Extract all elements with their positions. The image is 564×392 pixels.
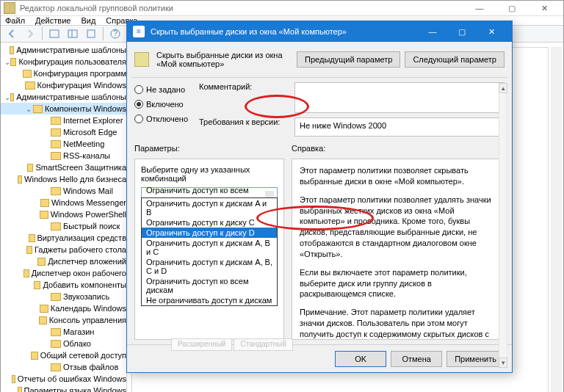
cancel-button[interactable]: Отмена xyxy=(391,351,442,367)
tree-item[interactable]: Конфигурация Windows xyxy=(1,79,126,91)
tree-item[interactable]: NetMeeting xyxy=(1,138,126,150)
folder-icon xyxy=(40,199,49,207)
help-panel: Этот параметр политики позволяет скрыват… xyxy=(292,159,505,340)
tree-item[interactable]: Гаджеты рабочего стола xyxy=(1,244,126,255)
help-scrollbar[interactable]: ▴▾ xyxy=(499,83,507,368)
parameters-panel: Выберите одну из указанных комбинаций Ог… xyxy=(134,159,284,340)
tree-item[interactable]: Виртуализация средств xyxy=(1,232,126,244)
help-p2: Этот параметр политики позволяет удалять… xyxy=(300,195,496,260)
folder-icon xyxy=(31,352,37,360)
tree-item[interactable]: Календарь Windows xyxy=(1,302,126,314)
previous-setting-button[interactable]: Предыдущий параметр xyxy=(297,51,400,68)
tree-item[interactable]: Отчеты об ошибках Windows xyxy=(1,373,126,385)
folder-icon xyxy=(51,293,61,301)
folder-icon xyxy=(29,234,35,242)
minimize-button[interactable]: — xyxy=(463,1,496,15)
app-icon xyxy=(4,2,15,14)
tree-item[interactable]: ⌄Административные шаблоны xyxy=(1,91,126,103)
radio-not-configured[interactable]: Не задано xyxy=(134,85,192,94)
folder-icon xyxy=(25,81,35,90)
dialog-close-button[interactable]: ✕ xyxy=(477,23,506,40)
tree-item[interactable]: Windows PowerShell xyxy=(1,208,126,220)
folder-icon xyxy=(51,340,61,348)
tree-item-label: Конфигурация Windows xyxy=(37,81,127,90)
toolbar-btn-3[interactable] xyxy=(83,26,99,42)
tree-item-label: Облако xyxy=(63,339,91,348)
tree-item[interactable]: Консоль управления xyxy=(1,314,126,326)
tree-item[interactable]: RSS-каналы xyxy=(1,150,126,161)
folder-icon xyxy=(26,246,32,254)
ok-button[interactable]: OK xyxy=(335,351,386,367)
tree-item[interactable]: ⌄Конфигурация пользователя xyxy=(1,56,126,68)
svg-rect-3 xyxy=(87,30,95,37)
folder-icon xyxy=(27,164,33,172)
tree-item-label: Общий сетевой доступ xyxy=(40,351,126,360)
tree-item-label: Консоль управления xyxy=(49,316,126,324)
toolbar-btn-1[interactable] xyxy=(46,26,62,42)
folder-icon xyxy=(12,375,15,383)
dropdown-option[interactable]: Ограничить доступ к диску D xyxy=(142,228,277,238)
close-button[interactable]: ✕ xyxy=(528,1,560,15)
tree-item[interactable]: Конфигурация программ xyxy=(1,68,126,79)
tree-item[interactable]: Добавить компоненты xyxy=(1,279,126,291)
policy-icon xyxy=(134,52,149,67)
tree-item[interactable]: Windows Messenger xyxy=(1,197,126,208)
tree-item-label: SmartScreen Защитника xyxy=(35,163,126,172)
radio-disabled[interactable]: Отключено xyxy=(134,115,192,123)
tree-item[interactable]: Облако xyxy=(1,338,126,349)
comment-field[interactable] xyxy=(294,82,505,113)
dropdown-option[interactable]: Ограничить доступ к диску C xyxy=(142,217,277,228)
tree-item-label: Windows PowerShell xyxy=(51,210,126,219)
help-p1: Этот параметр политики позволяет скрыват… xyxy=(300,165,496,187)
folder-icon xyxy=(18,175,22,184)
tree-item[interactable]: Microsoft Edge xyxy=(1,126,126,138)
folder-icon xyxy=(40,211,48,219)
dropdown-option[interactable]: Не ограничивать доступ к дискам xyxy=(142,295,277,305)
tree-item[interactable]: Internet Explorer xyxy=(1,115,126,126)
help-icon[interactable]: ? xyxy=(107,26,123,42)
tree-item[interactable]: Магазин xyxy=(1,326,126,338)
tree-panel[interactable]: Административные шаблоны⌄Конфигурация по… xyxy=(1,43,127,392)
tree-item[interactable]: Windows Hello для бизнеса xyxy=(1,173,126,185)
tree-item[interactable]: Windows Mail xyxy=(1,185,126,197)
tree-item[interactable]: Общий сетевой доступ xyxy=(1,349,126,361)
menu-action[interactable]: Действие xyxy=(35,16,70,25)
tree-item[interactable]: SmartScreen Защитника xyxy=(1,161,126,173)
dialog-maximize-button[interactable]: ▢ xyxy=(447,23,477,40)
maximize-button[interactable]: ▢ xyxy=(496,1,528,15)
tree-item-label: Microsoft Edge xyxy=(63,128,117,137)
tree-item[interactable]: ⌄Компоненты Windows xyxy=(1,103,126,115)
dropdown-option[interactable]: Ограничить доступ к дискам A, B, C и D xyxy=(142,257,277,276)
menu-view[interactable]: Вид xyxy=(81,16,95,25)
tree-item[interactable]: Отзыв файлов xyxy=(1,361,126,373)
back-icon[interactable] xyxy=(4,26,20,42)
tree-item[interactable]: Звукозапись xyxy=(1,291,126,302)
tab-standard[interactable]: Стандартный xyxy=(234,338,292,351)
dropdown-option[interactable]: Ограничить доступ ко всем дискам xyxy=(142,276,277,295)
forward-icon[interactable] xyxy=(22,26,38,42)
tree-item-label: Internet Explorer xyxy=(63,116,123,125)
tree-item-label: Диспетчер вложений xyxy=(48,257,126,266)
folder-icon xyxy=(51,152,61,160)
apply-button[interactable]: Применить xyxy=(446,351,505,367)
tree-item[interactable]: Диспетчер вложений xyxy=(1,255,126,267)
folder-icon xyxy=(33,105,43,113)
tree-item[interactable]: Диспетчер окон рабочего xyxy=(1,267,126,279)
tree-item[interactable]: Параметры языка Windows xyxy=(1,385,126,392)
menu-file[interactable]: Файл xyxy=(5,16,25,25)
next-setting-button[interactable]: Следующий параметр xyxy=(405,51,505,68)
dropdown-option[interactable]: Ограничить доступ к дискам A, B и C xyxy=(142,238,277,257)
toolbar-btn-2[interactable] xyxy=(65,26,81,42)
dialog-minimize-button[interactable]: — xyxy=(418,23,447,40)
dialog-subtitle: Скрыть выбранные диски из окна «Мой комп… xyxy=(156,51,292,68)
dropdown-option[interactable]: Ограничить доступ к дискам A и B xyxy=(142,198,277,217)
tree-item[interactable]: Административные шаблоны xyxy=(1,44,126,56)
radio-enabled[interactable]: Включено xyxy=(134,100,192,109)
tree-item[interactable]: Быстрый поиск xyxy=(1,220,126,232)
folder-icon xyxy=(51,117,61,125)
tree-item-label: Параметры языка Windows xyxy=(24,386,126,392)
drive-dropdown[interactable]: Ограничить доступ к дискам A и BОграничи… xyxy=(141,197,278,306)
tab-extended[interactable]: Расширенный xyxy=(171,338,232,351)
folder-icon xyxy=(51,187,61,195)
scrollbar[interactable] xyxy=(551,47,562,392)
